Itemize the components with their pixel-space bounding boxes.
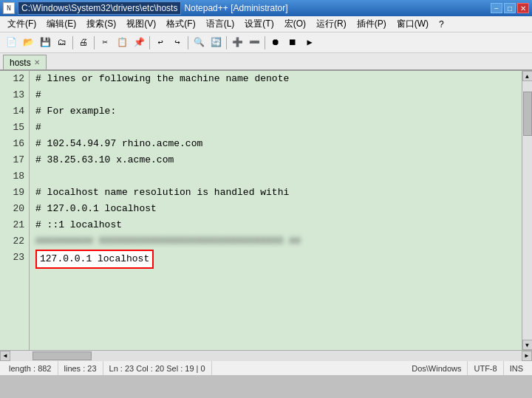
tb-sep5 — [226, 36, 227, 49]
tb-sep2 — [94, 36, 95, 49]
tb-open[interactable]: 📂 — [20, 35, 36, 51]
tb-zoom-in[interactable]: ➕ — [229, 35, 245, 51]
code-line-19: # localhost name resolution is handled w… — [30, 185, 522, 201]
linenum-21: 21 — [0, 217, 29, 233]
linenum-22: 22 — [0, 233, 29, 250]
scrollbar-down-arrow[interactable]: ▼ — [522, 340, 533, 350]
hscroll-track[interactable] — [10, 351, 522, 361]
status-lines: lines : 23 — [58, 361, 103, 375]
tab-hosts[interactable]: hosts ✕ — [3, 55, 47, 69]
close-button[interactable]: ✕ — [517, 3, 529, 13]
tb-zoom-out[interactable]: ➖ — [246, 35, 262, 51]
code-line-12: # lines or following the machine name de… — [30, 71, 522, 87]
status-mode: INS — [504, 361, 529, 375]
code-area[interactable]: # lines or following the machine name de… — [30, 71, 522, 350]
minimize-button[interactable]: − — [491, 3, 502, 13]
tb-macro-stop[interactable]: ⏹ — [284, 35, 301, 51]
tb-paste[interactable]: 📌 — [131, 35, 147, 51]
status-position: Ln : 23 Col : 20 Sel : 19 | 0 — [103, 361, 212, 375]
linenum-14: 14 — [0, 103, 29, 120]
tb-redo[interactable]: ↪ — [169, 35, 185, 51]
code-line-20: # 127.0.0.1 localhost — [30, 201, 522, 217]
status-length: length : 882 — [3, 361, 58, 375]
linenum-15: 15 — [0, 120, 29, 136]
linenum-23: 23 — [0, 250, 29, 266]
menu-run[interactable]: 运行(R) — [312, 16, 351, 32]
hscroll-right-arrow[interactable]: ▶ — [522, 351, 532, 361]
linenum-19: 19 — [0, 185, 29, 201]
menu-search[interactable]: 搜索(S) — [82, 16, 120, 32]
menu-help[interactable]: ? — [434, 18, 449, 31]
title-bar: N C:\Windows\System32\drivers\etc\hosts … — [0, 0, 532, 16]
linenum-18: 18 — [0, 168, 29, 185]
line-23-highlighted-text: 127.0.0.1 localhost — [35, 250, 154, 269]
menu-plugins[interactable]: 插件(P) — [352, 16, 391, 32]
title-left: N C:\Windows\System32\drivers\etc\hosts … — [3, 1, 287, 15]
menu-window[interactable]: 窗口(W) — [392, 16, 433, 32]
maximize-button[interactable]: □ — [504, 3, 516, 13]
app-icon: N — [3, 2, 15, 14]
tb-save[interactable]: 💾 — [37, 35, 53, 51]
tb-undo[interactable]: ↩ — [152, 35, 168, 51]
menu-view[interactable]: 视图(V) — [122, 16, 160, 32]
code-line-22: ########## XXXXXXXXXXXXXXXXXXXXXXXXXXXXX… — [30, 233, 522, 250]
title-path: C:\Windows\System32\drivers\etc\hosts — [18, 1, 181, 15]
tb-new[interactable]: 📄 — [3, 35, 19, 51]
tab-hosts-close[interactable]: ✕ — [34, 58, 40, 66]
linenum-16: 16 — [0, 136, 29, 152]
linenum-12: 12 — [0, 71, 29, 87]
linenum-20: 20 — [0, 201, 29, 217]
tb-sep3 — [149, 36, 150, 49]
code-line-15: # — [30, 120, 522, 136]
menu-macro[interactable]: 宏(O) — [280, 16, 310, 32]
scrollbar-horizontal[interactable]: ◀ ▶ — [0, 350, 532, 360]
tb-sep1 — [72, 36, 73, 49]
title-buttons: − □ ✕ — [491, 3, 529, 13]
title-appname: Notepad++ [Administrator] — [184, 3, 287, 13]
tb-cut[interactable]: ✂ — [97, 35, 113, 51]
status-bar: length : 882 lines : 23 Ln : 23 Col : 20… — [0, 360, 532, 375]
tb-macro-play[interactable]: ▶ — [301, 35, 318, 51]
tb-sep4 — [188, 36, 188, 49]
tb-sep6 — [265, 36, 265, 49]
tb-saveall[interactable]: 🗂 — [54, 35, 70, 51]
tab-bar: hosts ✕ — [0, 53, 532, 71]
hscroll-left-arrow[interactable]: ◀ — [0, 351, 10, 361]
tb-find[interactable]: 🔍 — [191, 35, 207, 51]
linenum-13: 13 — [0, 87, 29, 103]
menu-edit[interactable]: 编辑(E) — [42, 16, 81, 32]
scrollbar-up-arrow[interactable]: ▲ — [522, 71, 533, 81]
status-line-ending: Dos\Windows — [406, 361, 468, 375]
menu-file[interactable]: 文件(F) — [3, 16, 41, 32]
tb-print[interactable]: 🖨 — [75, 35, 92, 51]
tb-macro-record[interactable]: ⏺ — [267, 35, 284, 51]
code-line-14: # For example: — [30, 103, 522, 120]
code-line-16: # 102.54.94.97 rhino.acme.com — [30, 136, 522, 152]
status-encoding: UTF-8 — [468, 361, 503, 375]
code-line-23: 127.0.0.1 localhost — [30, 250, 522, 266]
line-numbers: 12 13 14 15 16 17 18 19 20 21 22 23 — [0, 71, 30, 350]
code-line-21: # ::1 localhost — [30, 217, 522, 233]
scrollbar-thumb[interactable] — [523, 92, 532, 136]
hscroll-thumb[interactable] — [33, 351, 92, 360]
menu-format[interactable]: 格式(F) — [162, 16, 200, 32]
scrollbar-vertical[interactable]: ▲ ▼ — [522, 71, 532, 350]
editor-area: 12 13 14 15 16 17 18 19 20 21 22 23 # li… — [0, 71, 532, 350]
toolbar: 📄 📂 💾 🗂 🖨 ✂ 📋 📌 ↩ ↪ 🔍 🔄 ➕ ➖ ⏺ ⏹ ▶ — [0, 32, 532, 53]
tb-copy[interactable]: 📋 — [114, 35, 130, 51]
tab-hosts-label: hosts — [10, 58, 31, 68]
tb-replace[interactable]: 🔄 — [208, 35, 224, 51]
menu-language[interactable]: 语言(L) — [202, 16, 239, 32]
menu-bar: 文件(F) 编辑(E) 搜索(S) 视图(V) 格式(F) 语言(L) 设置(T… — [0, 16, 532, 32]
code-line-18 — [30, 168, 522, 185]
code-line-13: # — [30, 87, 522, 103]
linenum-17: 17 — [0, 152, 29, 168]
code-line-17: # 38.25.63.10 x.acme.com — [30, 152, 522, 168]
menu-settings[interactable]: 设置(T) — [240, 16, 278, 32]
